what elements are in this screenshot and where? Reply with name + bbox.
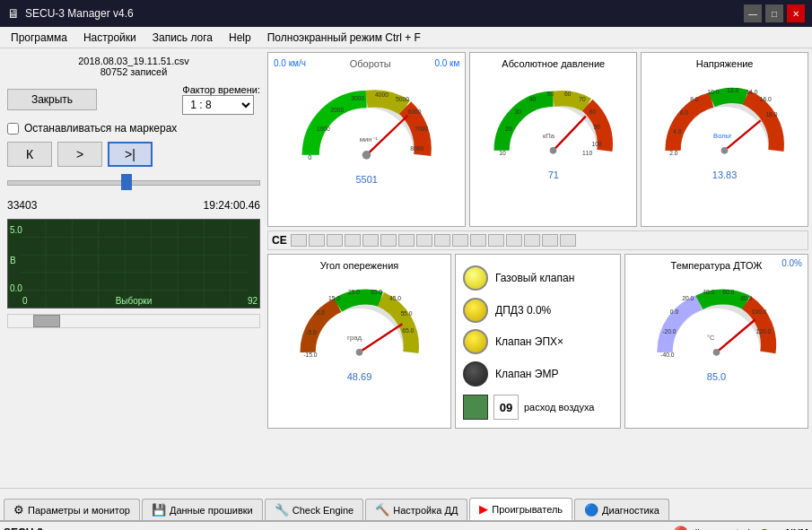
minimize-button[interactable]: — bbox=[744, 4, 762, 22]
svg-text:6.0: 6.0 bbox=[680, 109, 689, 116]
menu-help[interactable]: Help bbox=[222, 30, 258, 46]
ce-cell-12 bbox=[488, 234, 504, 247]
gauges-top-row: 0.0 км/ч Обороты 0.0 км bbox=[267, 52, 808, 227]
svg-text:100: 100 bbox=[592, 141, 602, 147]
connection-icon: 🔴 bbox=[673, 526, 688, 531]
svg-text:40.0: 40.0 bbox=[703, 289, 714, 295]
svg-text:110: 110 bbox=[582, 150, 592, 156]
svg-text:45.0: 45.0 bbox=[389, 295, 401, 301]
dpd3-indicator bbox=[463, 298, 488, 323]
check-engine-icon: 🔧 bbox=[275, 503, 289, 517]
svg-text:65.0: 65.0 bbox=[402, 327, 414, 334]
tab-params-monitor-label: Параметры и монитор bbox=[28, 505, 130, 516]
svg-text:15.0: 15.0 bbox=[328, 295, 340, 301]
svg-text:°C: °C bbox=[707, 334, 715, 342]
tab-firmware-data[interactable]: 💾 Данные прошивки bbox=[142, 499, 263, 520]
disconnected-status: 🔴 disconnected NUM bbox=[673, 526, 808, 531]
tab-params-monitor[interactable]: ⚙ Параметры и монитор bbox=[4, 499, 140, 520]
svg-text:-20.0: -20.0 bbox=[662, 328, 677, 335]
svg-text:-5.0: -5.0 bbox=[306, 329, 317, 335]
voltage-title: Напряжение bbox=[647, 58, 802, 69]
playback-scrollbar[interactable] bbox=[7, 314, 260, 328]
ce-cell-7 bbox=[398, 234, 415, 247]
svg-text:мин⁻¹: мин⁻¹ bbox=[360, 135, 379, 143]
valve-emr-row: Клапан ЭМР bbox=[463, 361, 613, 387]
right-panel: 0.0 км/ч Обороты 0.0 км bbox=[267, 52, 808, 484]
angle-value: 48.69 bbox=[274, 371, 445, 382]
svg-point-73 bbox=[713, 349, 720, 356]
dpd3-label: ДПД3 0.0% bbox=[495, 304, 551, 317]
gas-valve-row: Газовый клапан bbox=[463, 265, 613, 291]
menu-nastroyki[interactable]: Настройки bbox=[76, 30, 144, 46]
svg-point-23 bbox=[362, 151, 371, 160]
svg-text:55.0: 55.0 bbox=[400, 310, 412, 317]
close-file-button[interactable]: Закрыть bbox=[7, 89, 97, 110]
indicators-box: Газовый клапан ДПД3 0.0% Клапан ЭПХ× Кла… bbox=[455, 254, 621, 429]
nav-prev-button[interactable]: > bbox=[57, 142, 102, 167]
maximize-button[interactable]: □ bbox=[765, 4, 783, 22]
pressure-gauge-box: Абсолютное давление 10 20 30 40 50 60 70… bbox=[469, 52, 637, 227]
ce-cell-1 bbox=[291, 234, 307, 247]
nav-next-button[interactable]: >| bbox=[108, 142, 153, 167]
svg-text:60.0: 60.0 bbox=[722, 289, 734, 295]
close-button[interactable]: ✕ bbox=[787, 4, 805, 22]
menu-fullscreen[interactable]: Полноэкранный режим Ctrl + F bbox=[260, 30, 428, 46]
svg-text:2.0: 2.0 bbox=[669, 150, 678, 156]
time-factor-select[interactable]: 1 : 8 1 : 4 1 : 2 1 : 1 bbox=[182, 95, 254, 115]
gauges-bottom-row: Угол опережения -15.0 -5.0 5.0 15.0 25.0… bbox=[267, 254, 808, 429]
ce-label: CE bbox=[272, 234, 287, 247]
voltage-value: 13.83 bbox=[647, 169, 802, 180]
playback-slider[interactable] bbox=[7, 174, 260, 192]
ce-cell-4 bbox=[345, 234, 361, 247]
settings-dd-icon: 🔨 bbox=[375, 503, 389, 517]
firmware-data-icon: 💾 bbox=[152, 503, 166, 517]
ce-cell-6 bbox=[380, 234, 397, 247]
svg-text:0: 0 bbox=[309, 153, 312, 161]
svg-text:10: 10 bbox=[500, 150, 507, 156]
gas-valve-label: Газовый клапан bbox=[495, 272, 574, 284]
nav-buttons: К > >| bbox=[7, 142, 260, 167]
rpm-title: Обороты bbox=[350, 58, 391, 69]
title-bar: 🖥 SECU-3 Manager v4.6 — □ ✕ bbox=[0, 0, 812, 27]
num-label: NUM bbox=[786, 527, 808, 531]
ce-cell-14 bbox=[524, 234, 540, 247]
menu-programa[interactable]: Программа bbox=[4, 30, 74, 46]
svg-text:-40.0: -40.0 bbox=[660, 352, 675, 358]
svg-text:80: 80 bbox=[589, 109, 597, 115]
valve-emr-indicator bbox=[463, 361, 488, 387]
voltage-gauge-box: Напряжение 2.0 4.0 6.0 8.0 10.0 12.0 14.… bbox=[641, 52, 808, 227]
svg-text:10.0: 10.0 bbox=[707, 89, 719, 95]
graph-y-bot: 0.0 bbox=[10, 283, 22, 293]
svg-text:20: 20 bbox=[505, 126, 512, 132]
nav-first-button[interactable]: К bbox=[7, 142, 52, 167]
stop-markers-checkbox[interactable] bbox=[7, 123, 19, 135]
tab-diagnostics[interactable]: 🔵 Диагностика bbox=[574, 499, 669, 520]
svg-text:4000: 4000 bbox=[375, 91, 389, 98]
tab-settings-dd[interactable]: 🔨 Настройка ДД bbox=[365, 499, 467, 520]
tab-settings-dd-label: Настройка ДД bbox=[393, 505, 458, 516]
graph-y-top: 5.0 bbox=[10, 225, 22, 235]
svg-text:120.0: 120.0 bbox=[756, 328, 772, 335]
svg-text:20.0: 20.0 bbox=[682, 295, 694, 301]
temp-title: Температура ДТОЖ bbox=[631, 260, 802, 271]
svg-text:70: 70 bbox=[579, 96, 586, 102]
tabs-bar: ⚙ Параметры и монитор 💾 Данные прошивки … bbox=[0, 488, 812, 520]
graph-x-start: 0 bbox=[22, 296, 28, 306]
svg-text:7000: 7000 bbox=[415, 126, 428, 132]
speed-label: 0.0 км/ч bbox=[274, 58, 306, 69]
svg-text:8.0: 8.0 bbox=[690, 96, 699, 102]
svg-text:60: 60 bbox=[564, 91, 572, 97]
ce-cell-3 bbox=[327, 234, 343, 247]
menu-bar: Программа Настройки Запись лога Help Пол… bbox=[0, 27, 812, 48]
ce-cell-9 bbox=[434, 234, 450, 247]
tab-check-engine[interactable]: 🔧 Check Engine bbox=[265, 499, 364, 520]
menu-zapis-loga[interactable]: Запись лога bbox=[145, 30, 220, 46]
svg-point-37 bbox=[550, 147, 557, 154]
tab-player[interactable]: ▶ Проигрыватель bbox=[469, 498, 572, 520]
graph-area: 5.0 В 0.0 Выборки 0 92 bbox=[7, 219, 260, 308]
svg-text:35.0: 35.0 bbox=[371, 289, 382, 295]
disconnected-label: disconnected bbox=[692, 527, 750, 531]
svg-text:5000: 5000 bbox=[396, 96, 409, 102]
filename: 2018.08.03_19.11.51.csv bbox=[7, 56, 260, 66]
stop-markers-row: Останавливаться на маркерах bbox=[7, 122, 260, 135]
